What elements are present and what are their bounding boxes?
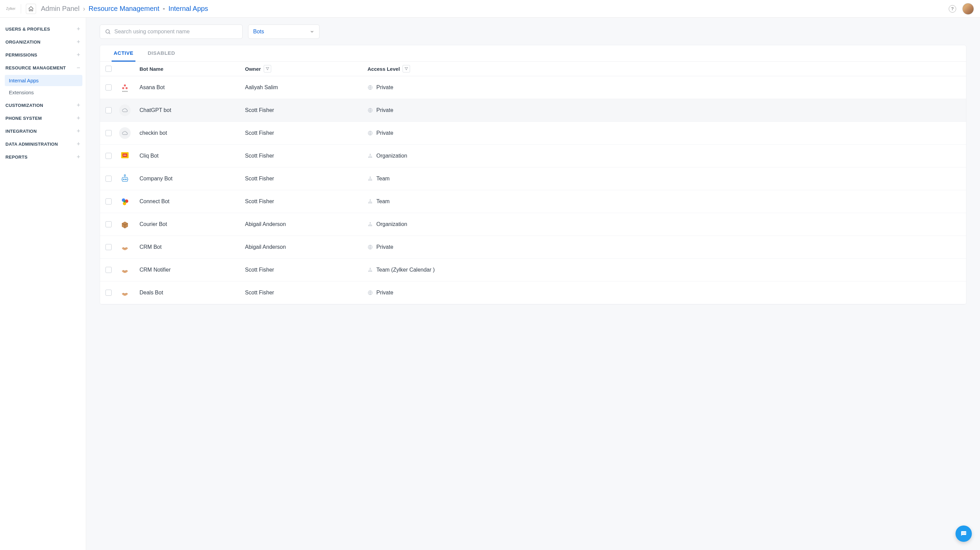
- breadcrumb-root[interactable]: Admin Panel: [41, 5, 79, 13]
- sidebar-subitem[interactable]: Extensions: [5, 87, 82, 98]
- svg-point-18: [124, 179, 124, 180]
- sidebar-section-label: PERMISSIONS: [5, 53, 37, 57]
- table-row[interactable]: Cliq BotScott FisherOrganization: [100, 145, 966, 167]
- globe-icon: [368, 290, 373, 295]
- svg-point-15: [369, 156, 371, 158]
- sidebar-section[interactable]: PHONE SYSTEM+: [3, 112, 82, 124]
- row-checkbox[interactable]: [105, 107, 111, 113]
- svg-point-30: [368, 202, 369, 203]
- sidebar-section[interactable]: PERMISSIONS+: [3, 48, 82, 61]
- row-checkbox[interactable]: [105, 221, 111, 227]
- sidebar-section-label: ORGANIZATION: [5, 40, 40, 45]
- table-row[interactable]: CRM NotifierScott FisherTeam (Zylker Cal…: [100, 259, 966, 281]
- sidebar-section-label: USERS & PROFILES: [5, 27, 50, 32]
- table-row[interactable]: Courier BotAbigail AndersonOrganization: [100, 213, 966, 236]
- sidebar-section[interactable]: CUSTOMIZATION+: [3, 99, 82, 112]
- svg-point-1: [124, 84, 126, 86]
- sidebar-section-label: CUSTOMIZATION: [5, 103, 43, 108]
- table-row[interactable]: CRM BotAbigail AndersonPrivate: [100, 236, 966, 259]
- bot-owner: Scott Fisher: [245, 267, 368, 273]
- breadcrumb-page[interactable]: Internal Apps: [169, 5, 208, 13]
- svg-point-40: [369, 271, 371, 272]
- hierarchy-icon: [368, 153, 373, 159]
- sidebar-subitem[interactable]: Internal Apps: [5, 75, 82, 86]
- svg-point-2: [122, 87, 124, 89]
- table-row[interactable]: Company BotScott FisherTeam: [100, 167, 966, 190]
- table-row[interactable]: Connect BotScott FisherTeam: [100, 190, 966, 213]
- row-checkbox[interactable]: [105, 290, 111, 296]
- select-all-checkbox[interactable]: [105, 66, 111, 72]
- bot-access: Private: [368, 107, 964, 113]
- bot-owner: Scott Fisher: [245, 107, 368, 113]
- svg-text:asana: asana: [122, 90, 128, 92]
- expand-icon: +: [76, 52, 80, 58]
- row-checkbox[interactable]: [105, 84, 111, 91]
- globe-icon: [368, 108, 373, 113]
- svg-point-39: [368, 271, 369, 272]
- connect-icon: [119, 196, 130, 207]
- svg-point-28: [124, 201, 126, 202]
- row-checkbox[interactable]: [105, 175, 111, 182]
- svg-point-21: [369, 177, 371, 178]
- sidebar-section[interactable]: USERS & PROFILES+: [3, 22, 82, 35]
- filter-icon: [266, 67, 269, 71]
- sidebar-section[interactable]: INTEGRATION+: [3, 124, 82, 137]
- sidebar-section[interactable]: RESOURCE MANAGEMENT−: [3, 61, 82, 74]
- asana-icon: asana: [119, 82, 130, 93]
- row-checkbox[interactable]: [105, 267, 111, 273]
- table-row[interactable]: checkin botScott FisherPrivate: [100, 122, 966, 145]
- row-checkbox[interactable]: [105, 153, 111, 159]
- svg-point-34: [368, 225, 369, 226]
- svg-point-38: [369, 268, 371, 269]
- expand-icon: +: [76, 128, 80, 134]
- sidebar-section[interactable]: DATA ADMINISTRATION+: [3, 137, 82, 150]
- svg-point-12: [126, 155, 126, 156]
- toolbar: Bots: [100, 24, 966, 39]
- row-checkbox[interactable]: [105, 130, 111, 136]
- bot-name: checkin bot: [140, 130, 245, 136]
- search-input[interactable]: [115, 29, 237, 35]
- tab-active[interactable]: ACTIVE: [111, 45, 135, 62]
- row-checkbox[interactable]: [105, 198, 111, 204]
- col-access-header[interactable]: Access Level: [368, 65, 964, 72]
- col-name-header[interactable]: Bot Name: [140, 66, 245, 72]
- bot-owner: Scott Fisher: [245, 198, 368, 204]
- svg-point-29: [369, 199, 371, 201]
- owner-filter-button[interactable]: [264, 65, 271, 72]
- table-row[interactable]: Deals BotScott FisherPrivate: [100, 281, 966, 304]
- sidebar-section[interactable]: REPORTS+: [3, 150, 82, 163]
- table-body: asanaAsana BotAaliyah SalimPrivateChatGP…: [100, 76, 966, 304]
- access-label: Private: [376, 84, 393, 91]
- home-icon: [28, 6, 34, 12]
- chat-fab[interactable]: [956, 526, 972, 542]
- search-field-wrap[interactable]: [100, 24, 243, 39]
- col-owner-header[interactable]: Owner: [245, 65, 368, 72]
- hierarchy-icon: [368, 267, 373, 273]
- sidebar-section[interactable]: ORGANIZATION+: [3, 35, 82, 48]
- breadcrumb-sep-icon: ›: [83, 5, 86, 13]
- help-button[interactable]: ?: [949, 5, 956, 13]
- bot-name: Asana Bot: [140, 84, 245, 91]
- globe-icon: [368, 244, 373, 250]
- table-row[interactable]: asanaAsana BotAaliyah SalimPrivate: [100, 76, 966, 99]
- table-row[interactable]: ChatGPT botScott FisherPrivate: [100, 99, 966, 122]
- access-filter-button[interactable]: [402, 65, 410, 72]
- filter-icon: [404, 67, 408, 71]
- svg-point-10: [124, 155, 124, 156]
- home-button[interactable]: [26, 4, 36, 14]
- bot-name: Courier Bot: [140, 221, 245, 227]
- breadcrumb-section[interactable]: Resource Management: [89, 5, 159, 13]
- bot-access: Organization: [368, 153, 964, 159]
- svg-point-35: [369, 225, 371, 226]
- svg-point-13: [369, 154, 371, 155]
- component-type-dropdown[interactable]: Bots: [248, 24, 320, 39]
- tab-disabled[interactable]: DISABLED: [146, 45, 177, 62]
- row-checkbox[interactable]: [105, 244, 111, 250]
- bot-name: Cliq Bot: [140, 153, 245, 159]
- svg-point-45: [965, 532, 966, 533]
- sidebar-section-label: REPORTS: [5, 155, 27, 159]
- access-label: Team: [376, 175, 390, 182]
- svg-point-33: [369, 222, 371, 223]
- user-avatar[interactable]: [962, 3, 974, 14]
- bot-owner: Scott Fisher: [245, 175, 368, 182]
